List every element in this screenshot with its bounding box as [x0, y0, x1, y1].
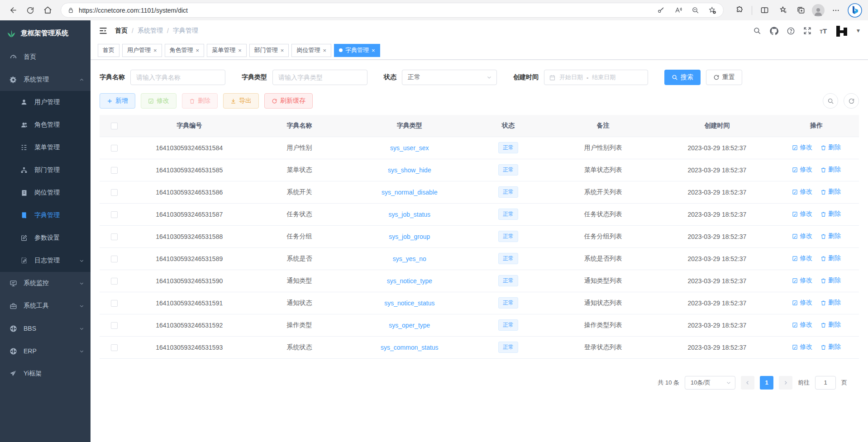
row-delete-link[interactable]: 删除: [820, 210, 841, 218]
search-button[interactable]: 搜索: [664, 70, 701, 85]
sidebar-collapse-icon[interactable]: [99, 26, 108, 35]
dict-type-link[interactable]: sys_yes_no: [393, 255, 426, 262]
row-checkbox[interactable]: [111, 256, 118, 262]
row-edit-link[interactable]: 修改: [792, 254, 812, 262]
row-checkbox[interactable]: [111, 278, 118, 285]
dict-type-link[interactable]: sys_oper_type: [389, 322, 430, 329]
more-menu-icon[interactable]: [829, 4, 843, 17]
collections-icon[interactable]: [794, 4, 807, 17]
help-icon[interactable]: [786, 26, 795, 35]
tab-home[interactable]: 首页: [98, 44, 119, 57]
row-checkbox[interactable]: [111, 189, 118, 196]
date-range-picker[interactable]: 开始日期 - 结束日期: [544, 70, 648, 85]
tab-menu-mgmt[interactable]: 菜单管理×: [207, 44, 247, 57]
row-delete-link[interactable]: 删除: [820, 166, 841, 174]
tab-user-mgmt[interactable]: 用户管理×: [122, 44, 162, 57]
tab-dept-mgmt[interactable]: 部门管理×: [249, 44, 289, 57]
dict-type-input[interactable]: [272, 70, 367, 85]
reset-button[interactable]: 重置: [706, 70, 742, 85]
breadcrumb-system-mgmt[interactable]: 系统管理: [138, 27, 163, 35]
dict-name-input[interactable]: [130, 70, 225, 85]
chevron-down-icon[interactable]: ▼: [857, 29, 860, 33]
row-edit-link[interactable]: 修改: [792, 321, 812, 329]
browser-home-button[interactable]: [40, 3, 55, 18]
sidebar-item-role-mgmt[interactable]: 角色管理: [0, 114, 91, 136]
sidebar-item-dict-mgmt[interactable]: 字典管理: [0, 204, 91, 227]
extensions-icon[interactable]: [733, 4, 746, 17]
zoom-out-icon[interactable]: [689, 4, 701, 17]
select-all-checkbox[interactable]: [111, 123, 118, 129]
read-aloud-icon[interactable]: [672, 4, 684, 17]
favorites-icon[interactable]: [776, 4, 789, 17]
dict-type-link[interactable]: sys_user_sex: [390, 144, 429, 152]
row-edit-link[interactable]: 修改: [792, 299, 812, 307]
page-size-select[interactable]: 10条/页: [685, 376, 735, 390]
close-icon[interactable]: ×: [323, 47, 326, 54]
add-button[interactable]: 新增: [100, 93, 135, 109]
dict-type-link[interactable]: sys_common_status: [381, 344, 439, 351]
close-icon[interactable]: ×: [372, 47, 375, 54]
toggle-search-button[interactable]: [823, 93, 838, 109]
github-icon[interactable]: [769, 26, 778, 35]
url-text[interactable]: https://ccnetcore.com:1101/system/dict: [79, 7, 650, 14]
browser-back-button[interactable]: [5, 3, 21, 18]
row-checkbox[interactable]: [111, 145, 118, 152]
next-page-button[interactable]: [779, 376, 792, 390]
dict-type-link[interactable]: sys_normal_disable: [382, 189, 438, 196]
row-checkbox[interactable]: [111, 167, 118, 174]
export-button[interactable]: 导出: [223, 93, 259, 109]
sidebar-item-system-mgmt[interactable]: 系统管理: [0, 68, 91, 91]
row-checkbox[interactable]: [111, 322, 118, 329]
row-delete-link[interactable]: 删除: [820, 143, 841, 152]
row-checkbox[interactable]: [111, 233, 118, 240]
refresh-cache-button[interactable]: 刷新缓存: [264, 93, 313, 109]
delete-button[interactable]: 删除: [182, 93, 218, 109]
sidebar-item-log-mgmt[interactable]: 日志管理: [0, 249, 91, 272]
address-bar[interactable]: https://ccnetcore.com:1101/system/dict: [61, 3, 724, 18]
breadcrumb-home[interactable]: 首页: [115, 27, 128, 35]
close-icon[interactable]: ×: [153, 47, 157, 54]
row-delete-link[interactable]: 删除: [820, 321, 841, 329]
app-logo[interactable]: 意框架管理系统: [0, 20, 91, 46]
sidebar-item-yi-framework[interactable]: Yi框架: [0, 362, 91, 385]
refresh-table-button[interactable]: [844, 93, 859, 109]
row-edit-link[interactable]: 修改: [792, 276, 812, 285]
dict-type-link[interactable]: sys_notice_status: [384, 299, 434, 307]
sidebar-item-system-monitor[interactable]: 系统监控: [0, 272, 91, 295]
edit-button[interactable]: 修改: [141, 93, 176, 109]
prev-page-button[interactable]: [741, 376, 754, 390]
sidebar-item-param-settings[interactable]: 参数设置: [0, 227, 91, 249]
dict-type-link[interactable]: sys_notice_type: [387, 277, 432, 285]
current-page[interactable]: 1: [760, 376, 773, 390]
row-delete-link[interactable]: 删除: [820, 188, 841, 196]
row-delete-link[interactable]: 删除: [820, 276, 841, 285]
dict-type-link[interactable]: sys_show_hide: [388, 166, 431, 174]
sidebar-item-user-mgmt[interactable]: 用户管理: [0, 91, 91, 114]
browser-reload-button[interactable]: [23, 3, 38, 18]
sidebar-item-dept-mgmt[interactable]: 部门管理: [0, 159, 91, 181]
profile-avatar[interactable]: [812, 4, 825, 17]
tab-post-mgmt[interactable]: 岗位管理×: [291, 44, 331, 57]
tab-role-mgmt[interactable]: 角色管理×: [165, 44, 205, 57]
row-checkbox[interactable]: [111, 344, 118, 351]
row-delete-link[interactable]: 删除: [820, 254, 841, 262]
sidebar-item-erp[interactable]: ERP: [0, 340, 91, 362]
close-icon[interactable]: ×: [196, 47, 200, 54]
row-edit-link[interactable]: 修改: [792, 166, 812, 174]
fullscreen-icon[interactable]: [803, 26, 812, 35]
lock-icon[interactable]: [67, 7, 74, 14]
sidebar-item-home[interactable]: 首页: [0, 46, 91, 68]
row-edit-link[interactable]: 修改: [792, 210, 812, 218]
row-edit-link[interactable]: 修改: [792, 343, 812, 351]
row-edit-link[interactable]: 修改: [792, 188, 812, 196]
password-key-icon[interactable]: [654, 4, 667, 17]
bing-chat-icon[interactable]: [847, 3, 863, 18]
sidebar-item-system-tools[interactable]: 系统工具: [0, 295, 91, 317]
row-checkbox[interactable]: [111, 211, 118, 218]
status-select[interactable]: 正常: [402, 70, 497, 85]
close-icon[interactable]: ×: [281, 47, 284, 54]
row-edit-link[interactable]: 修改: [792, 143, 812, 152]
sidebar-item-post-mgmt[interactable]: 岗位管理: [0, 181, 91, 204]
split-screen-icon[interactable]: [758, 4, 771, 17]
sidebar-item-bbs[interactable]: BBS: [0, 317, 91, 340]
